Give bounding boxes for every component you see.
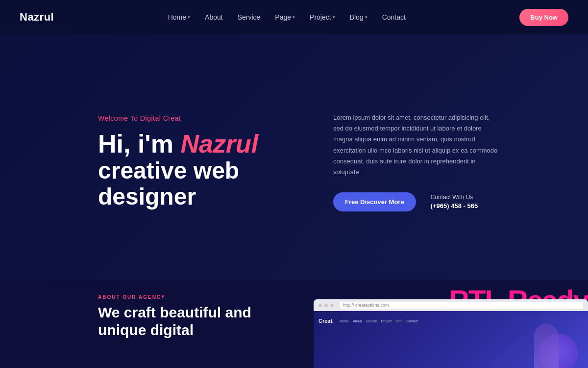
nav-item-service[interactable]: Service: [238, 13, 261, 21]
discover-more-button[interactable]: Free Discover More: [333, 192, 416, 211]
contact-phone: (+965) 458 - 565: [431, 202, 478, 210]
nav-label-blog: Blog: [350, 13, 364, 21]
browser-content: Creat. Home About Service Project Blog C…: [314, 311, 588, 368]
nav-item-home[interactable]: Home ▾: [168, 13, 190, 21]
nav-label-page: Page: [275, 13, 291, 21]
hero-left-panel: Welcome To Digital Creat Hi, i'm Nazrul …: [98, 114, 294, 210]
brand-logo[interactable]: Nazrul: [20, 11, 54, 24]
browser-person-figure: [534, 324, 559, 368]
nav-label-contact: Contact: [382, 13, 406, 21]
about-panel: ABOUT OUR AGENCY We craft beautiful and …: [0, 280, 294, 368]
nav-item-contact[interactable]: Contact: [382, 13, 406, 21]
hero-heading-prefix: Hi, i'm: [98, 130, 180, 158]
hero-heading: Hi, i'm Nazrul creative web designer: [98, 130, 294, 210]
hero-actions: Free Discover More Contact With Us (+965…: [333, 192, 568, 211]
about-heading-line2: unique digital: [98, 322, 194, 338]
chevron-down-icon: ▾: [333, 15, 335, 20]
about-heading: We craft beautiful and unique digital: [98, 304, 274, 339]
nav-label-about: About: [205, 13, 223, 21]
nav-link-page[interactable]: Page ▾: [275, 13, 295, 21]
buy-now-button[interactable]: Buy Now: [519, 9, 568, 26]
browser-dot-1: [318, 304, 322, 307]
about-heading-line1: We craft beautiful and: [98, 304, 251, 320]
nav-label-home: Home: [168, 13, 186, 21]
hero-right-panel: Lorem ipsum dolor sit amet, consectetur …: [333, 112, 568, 211]
browser-nav-contact: Contact: [406, 319, 418, 323]
nav-label-service: Service: [238, 13, 261, 21]
browser-url-bar: http:// createptions.com: [340, 302, 583, 309]
chevron-down-icon: ▾: [365, 15, 368, 20]
browser-logo: Creat.: [318, 318, 334, 324]
nav-link-service[interactable]: Service: [238, 13, 261, 21]
browser-nav-service: Service: [366, 319, 377, 323]
hero-tagline: Welcome To Digital Creat: [98, 114, 294, 122]
bottom-section: ABOUT OUR AGENCY We craft beautiful and …: [0, 280, 588, 368]
browser-mockup: http:// createptions.com Creat. Home Abo…: [314, 299, 588, 368]
contact-label: Contact With Us: [431, 194, 478, 201]
browser-nav-home: Home: [340, 319, 349, 323]
browser-nav-items: Home About Service Project Blog Contact: [340, 319, 418, 323]
nav-item-page[interactable]: Page ▾: [275, 13, 295, 21]
about-label: ABOUT OUR AGENCY: [98, 294, 274, 300]
chevron-down-icon: ▾: [293, 15, 295, 20]
hero-description: Lorem ipsum dolor sit amet, consectetur …: [333, 112, 500, 178]
nav-link-about[interactable]: About: [205, 13, 223, 21]
browser-nav-project: Project: [381, 319, 392, 323]
nav-link-contact[interactable]: Contact: [382, 13, 406, 21]
nav-item-project[interactable]: Project ▾: [310, 13, 335, 21]
chevron-down-icon: ▾: [188, 15, 190, 20]
nav-label-project: Project: [310, 13, 331, 21]
hero-section: Nazrul Home ▾ About Service Page: [0, 0, 588, 280]
hero-subheading: creative web designer: [98, 158, 294, 210]
browser-url-text: http:// createptions.com: [343, 303, 389, 308]
nav-item-about[interactable]: About: [205, 13, 223, 21]
nav-links: Home ▾ About Service Page ▾: [168, 13, 406, 21]
navbar: Nazrul Home ▾ About Service Page: [0, 0, 588, 34]
nav-link-blog[interactable]: Blog ▾: [350, 13, 368, 21]
contact-info: Contact With Us (+965) 458 - 565: [431, 194, 478, 210]
hero-name: Nazrul: [180, 130, 258, 158]
nav-item-blog[interactable]: Blog ▾: [350, 13, 368, 21]
browser-nav-blog: Blog: [395, 319, 402, 323]
hero-content: Welcome To Digital Creat Hi, i'm Nazrul …: [0, 34, 588, 280]
browser-nav-about: About: [353, 319, 362, 323]
browser-topbar: http:// createptions.com: [314, 299, 588, 311]
nav-link-project[interactable]: Project ▾: [310, 13, 335, 21]
nav-link-home[interactable]: Home ▾: [168, 13, 190, 21]
browser-dot-2: [324, 304, 328, 307]
browser-dot-3: [330, 304, 334, 307]
